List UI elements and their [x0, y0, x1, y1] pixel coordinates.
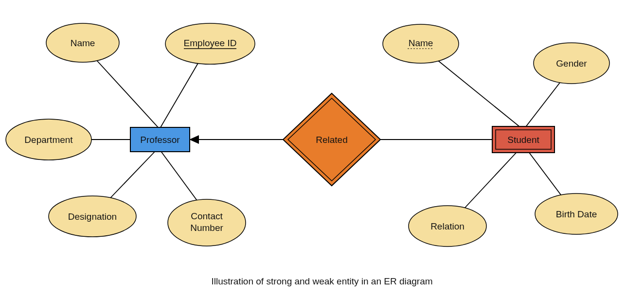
attr-professor-department-label: Department	[24, 135, 73, 145]
entity-student: Student	[492, 126, 555, 153]
attr-student-relation-label: Relation	[430, 221, 465, 231]
relationship-label: Related	[316, 135, 348, 145]
attr-professor-employeeid-label: Employee ID	[184, 38, 237, 48]
attr-student-relation: Relation	[409, 206, 486, 246]
diagram-caption: Illustration of strong and weak entity i…	[211, 276, 432, 286]
er-diagram-canvas: Related Professor Student Name Employee …	[0, 0, 644, 299]
entity-professor: Professor	[130, 127, 190, 152]
attr-student-gender-label: Gender	[556, 58, 587, 69]
attr-professor-employeeid: Employee ID	[165, 23, 255, 64]
attr-professor-name: Name	[46, 23, 119, 62]
connector-prof-name	[89, 53, 158, 127]
attr-professor-department: Department	[6, 119, 91, 160]
relationship-related: Related	[283, 93, 380, 186]
attr-professor-designation-label: Designation	[68, 211, 117, 222]
arrowhead-to-professor	[189, 135, 199, 144]
entity-student-label: Student	[507, 135, 539, 145]
attr-professor-contact: Contact Number	[168, 199, 246, 246]
attr-student-birthdate-label: Birth Date	[556, 209, 597, 219]
attr-student-name: Name	[383, 24, 459, 63]
entity-professor-label: Professor	[140, 135, 180, 145]
attr-student-name-label: Name	[409, 38, 433, 48]
attr-professor-designation: Designation	[49, 196, 136, 237]
attr-student-birthdate: Birth Date	[535, 193, 618, 234]
attr-professor-contact-label-line1: Contact	[191, 211, 223, 221]
attr-professor-contact-label-line2: Number	[190, 223, 223, 233]
connector-stud-name	[428, 53, 520, 127]
attr-student-gender: Gender	[534, 43, 609, 84]
attr-professor-name-label: Name	[71, 38, 95, 48]
